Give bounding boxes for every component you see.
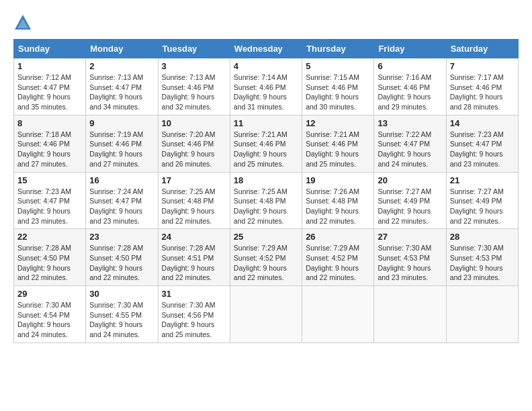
calendar-table: SundayMondayTuesdayWednesdayThursdayFrid… <box>13 39 519 343</box>
calendar-cell: 23Sunrise: 7:28 AM Sunset: 4:50 PM Dayli… <box>86 229 158 286</box>
calendar-cell: 1Sunrise: 7:12 AM Sunset: 4:47 PM Daylig… <box>14 58 86 116</box>
calendar-cell: 29Sunrise: 7:30 AM Sunset: 4:54 PM Dayli… <box>14 286 86 343</box>
day-number: 5 <box>306 61 370 71</box>
day-info: Sunrise: 7:30 AM Sunset: 4:56 PM Dayligh… <box>162 300 226 340</box>
calendar-cell: 2Sunrise: 7:13 AM Sunset: 4:47 PM Daylig… <box>86 58 158 116</box>
day-number: 22 <box>17 232 82 242</box>
day-number: 14 <box>450 118 515 128</box>
calendar-week-row: 8Sunrise: 7:18 AM Sunset: 4:46 PM Daylig… <box>14 115 519 172</box>
column-header-wednesday: Wednesday <box>230 40 302 58</box>
calendar-cell: 15Sunrise: 7:23 AM Sunset: 4:47 PM Dayli… <box>14 172 86 229</box>
day-number: 6 <box>378 61 442 71</box>
calendar-cell: 22Sunrise: 7:28 AM Sunset: 4:50 PM Dayli… <box>14 229 86 286</box>
calendar-cell: 13Sunrise: 7:22 AM Sunset: 4:47 PM Dayli… <box>374 115 446 172</box>
calendar-cell: 11Sunrise: 7:21 AM Sunset: 4:46 PM Dayli… <box>230 115 302 172</box>
day-info: Sunrise: 7:30 AM Sunset: 4:55 PM Dayligh… <box>89 300 154 340</box>
calendar-cell: 5Sunrise: 7:15 AM Sunset: 4:46 PM Daylig… <box>302 58 374 116</box>
column-header-thursday: Thursday <box>302 40 374 58</box>
calendar-week-row: 22Sunrise: 7:28 AM Sunset: 4:50 PM Dayli… <box>14 229 519 286</box>
calendar-cell: 8Sunrise: 7:18 AM Sunset: 4:46 PM Daylig… <box>14 115 86 172</box>
calendar-cell: 19Sunrise: 7:26 AM Sunset: 4:48 PM Dayli… <box>302 172 374 229</box>
day-info: Sunrise: 7:12 AM Sunset: 4:47 PM Dayligh… <box>17 73 82 112</box>
day-info: Sunrise: 7:21 AM Sunset: 4:46 PM Dayligh… <box>306 130 370 169</box>
day-info: Sunrise: 7:30 AM Sunset: 4:54 PM Dayligh… <box>17 300 82 340</box>
day-info: Sunrise: 7:23 AM Sunset: 4:47 PM Dayligh… <box>17 187 82 226</box>
calendar-cell: 24Sunrise: 7:28 AM Sunset: 4:51 PM Dayli… <box>158 229 230 286</box>
day-info: Sunrise: 7:28 AM Sunset: 4:51 PM Dayligh… <box>162 243 226 283</box>
day-number: 31 <box>162 289 226 299</box>
day-number: 13 <box>378 118 442 128</box>
calendar-cell: 17Sunrise: 7:25 AM Sunset: 4:48 PM Dayli… <box>158 172 230 229</box>
calendar-cell: 7Sunrise: 7:17 AM Sunset: 4:46 PM Daylig… <box>446 58 518 116</box>
calendar-cell: 16Sunrise: 7:24 AM Sunset: 4:47 PM Dayli… <box>86 172 158 229</box>
calendar-cell: 28Sunrise: 7:30 AM Sunset: 4:53 PM Dayli… <box>446 229 518 286</box>
calendar-cell: 21Sunrise: 7:27 AM Sunset: 4:49 PM Dayli… <box>446 172 518 229</box>
calendar-cell: 12Sunrise: 7:21 AM Sunset: 4:46 PM Dayli… <box>302 115 374 172</box>
column-header-monday: Monday <box>86 40 158 58</box>
day-number: 10 <box>162 118 226 128</box>
calendar-cell: 14Sunrise: 7:23 AM Sunset: 4:47 PM Dayli… <box>446 115 518 172</box>
calendar-cell: 27Sunrise: 7:30 AM Sunset: 4:53 PM Dayli… <box>374 229 446 286</box>
day-info: Sunrise: 7:27 AM Sunset: 4:49 PM Dayligh… <box>378 187 442 226</box>
day-number: 29 <box>17 289 82 299</box>
day-info: Sunrise: 7:17 AM Sunset: 4:46 PM Dayligh… <box>450 73 515 112</box>
day-info: Sunrise: 7:20 AM Sunset: 4:46 PM Dayligh… <box>162 130 226 169</box>
column-header-friday: Friday <box>374 40 446 58</box>
day-info: Sunrise: 7:24 AM Sunset: 4:47 PM Dayligh… <box>89 187 154 226</box>
day-info: Sunrise: 7:29 AM Sunset: 4:52 PM Dayligh… <box>306 243 370 283</box>
day-info: Sunrise: 7:28 AM Sunset: 4:50 PM Dayligh… <box>89 243 154 283</box>
day-info: Sunrise: 7:18 AM Sunset: 4:46 PM Dayligh… <box>17 130 82 169</box>
day-info: Sunrise: 7:15 AM Sunset: 4:46 PM Dayligh… <box>306 73 370 112</box>
calendar-cell: 9Sunrise: 7:19 AM Sunset: 4:46 PM Daylig… <box>86 115 158 172</box>
day-number: 23 <box>89 232 154 242</box>
day-info: Sunrise: 7:30 AM Sunset: 4:53 PM Dayligh… <box>450 243 515 283</box>
day-info: Sunrise: 7:29 AM Sunset: 4:52 PM Dayligh… <box>234 243 298 283</box>
logo <box>13 13 35 32</box>
page-header <box>13 13 519 32</box>
day-number: 8 <box>17 118 82 128</box>
day-number: 2 <box>89 61 154 71</box>
day-number: 24 <box>162 232 226 242</box>
calendar-cell: 25Sunrise: 7:29 AM Sunset: 4:52 PM Dayli… <box>230 229 302 286</box>
day-number: 19 <box>306 175 370 185</box>
day-number: 9 <box>89 118 154 128</box>
day-info: Sunrise: 7:23 AM Sunset: 4:47 PM Dayligh… <box>450 130 515 169</box>
calendar-cell <box>302 286 374 343</box>
day-info: Sunrise: 7:22 AM Sunset: 4:47 PM Dayligh… <box>378 130 442 169</box>
column-header-sunday: Sunday <box>14 40 86 58</box>
day-number: 26 <box>306 232 370 242</box>
day-number: 1 <box>17 61 82 71</box>
day-info: Sunrise: 7:27 AM Sunset: 4:49 PM Dayligh… <box>450 187 515 226</box>
day-number: 7 <box>450 61 515 71</box>
day-info: Sunrise: 7:14 AM Sunset: 4:46 PM Dayligh… <box>234 73 298 112</box>
calendar-cell: 26Sunrise: 7:29 AM Sunset: 4:52 PM Dayli… <box>302 229 374 286</box>
day-number: 12 <box>306 118 370 128</box>
calendar-cell: 31Sunrise: 7:30 AM Sunset: 4:56 PM Dayli… <box>158 286 230 343</box>
day-number: 4 <box>234 61 298 71</box>
day-number: 16 <box>89 175 154 185</box>
day-number: 21 <box>450 175 515 185</box>
calendar-cell: 30Sunrise: 7:30 AM Sunset: 4:55 PM Dayli… <box>86 286 158 343</box>
day-number: 28 <box>450 232 515 242</box>
calendar-week-row: 15Sunrise: 7:23 AM Sunset: 4:47 PM Dayli… <box>14 172 519 229</box>
day-number: 17 <box>162 175 226 185</box>
day-number: 25 <box>234 232 298 242</box>
day-info: Sunrise: 7:30 AM Sunset: 4:53 PM Dayligh… <box>378 243 442 283</box>
day-info: Sunrise: 7:26 AM Sunset: 4:48 PM Dayligh… <box>306 187 370 226</box>
day-info: Sunrise: 7:25 AM Sunset: 4:48 PM Dayligh… <box>162 187 226 226</box>
logo-icon <box>13 13 32 32</box>
day-number: 15 <box>17 175 82 185</box>
calendar-header-row: SundayMondayTuesdayWednesdayThursdayFrid… <box>14 40 519 58</box>
calendar-cell <box>374 286 446 343</box>
day-number: 11 <box>234 118 298 128</box>
calendar-cell <box>230 286 302 343</box>
column-header-tuesday: Tuesday <box>158 40 230 58</box>
column-header-saturday: Saturday <box>446 40 518 58</box>
calendar-cell: 10Sunrise: 7:20 AM Sunset: 4:46 PM Dayli… <box>158 115 230 172</box>
calendar-cell: 20Sunrise: 7:27 AM Sunset: 4:49 PM Dayli… <box>374 172 446 229</box>
day-info: Sunrise: 7:25 AM Sunset: 4:48 PM Dayligh… <box>234 187 298 226</box>
calendar-cell: 6Sunrise: 7:16 AM Sunset: 4:46 PM Daylig… <box>374 58 446 116</box>
calendar-cell: 3Sunrise: 7:13 AM Sunset: 4:46 PM Daylig… <box>158 58 230 116</box>
day-info: Sunrise: 7:13 AM Sunset: 4:47 PM Dayligh… <box>89 73 154 112</box>
calendar-week-row: 29Sunrise: 7:30 AM Sunset: 4:54 PM Dayli… <box>14 286 519 343</box>
